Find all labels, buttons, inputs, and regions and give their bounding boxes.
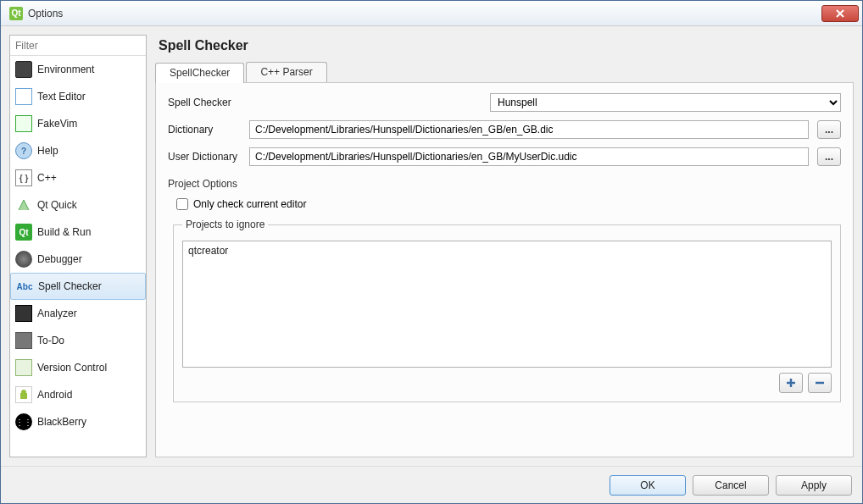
list-item[interactable]: qtcreator [188,245,826,257]
svg-point-1 [21,390,26,395]
sidebar-list[interactable]: Environment Text Editor FakeVim ?Help { … [10,56,146,457]
sidebar-item-label: FakeVim [37,118,77,130]
user-dictionary-row: User Dictionary ... [168,147,841,166]
projects-to-ignore-list[interactable]: qtcreator [182,241,832,368]
sidebar-item-label: Build & Run [37,226,91,238]
sidebar-item-label: Help [37,145,58,157]
sidebar-item-todo[interactable]: To-Do [10,327,146,354]
add-remove-row [182,373,832,393]
spell-checker-label: Spell Checker [168,97,482,108]
apply-button[interactable]: Apply [776,475,852,496]
sidebar-item-label: To-Do [37,335,64,346]
todo-icon [15,332,32,349]
projects-to-ignore-label: Projects to ignore [182,219,268,230]
tab-cpp-parser[interactable]: C++ Parser [246,62,326,82]
sidebar-item-label: Debugger [37,253,82,265]
dictionary-browse-button[interactable]: ... [817,120,841,139]
text-editor-icon [15,88,32,105]
sidebar-item-label: C++ [37,172,57,184]
sidebar-item-qtquick[interactable]: Qt Quick [10,191,146,219]
remove-project-button[interactable] [808,373,832,393]
environment-icon [15,61,32,78]
sidebar-item-spell-checker[interactable]: AbcSpell Checker [10,273,146,300]
sidebar-item-environment[interactable]: Environment [10,56,146,83]
user-dictionary-input[interactable] [249,147,809,166]
projects-to-ignore-group: Projects to ignore qtcreator [173,219,841,402]
sidebar-item-android[interactable]: Android [10,381,146,408]
user-dictionary-label: User Dictionary [168,151,241,163]
project-options-label: Project Options [168,178,841,190]
only-check-label: Only check current editor [193,198,306,210]
sidebar-item-label: Android [37,389,72,401]
sidebar-item-text-editor[interactable]: Text Editor [10,83,146,110]
titlebar: Qt Options [1,1,862,26]
minus-icon [814,377,826,389]
help-icon: ? [15,142,32,159]
tab-content: Spell Checker Hunspell Dictionary ... [155,82,854,457]
sidebar-item-blackberry[interactable]: ⋮⋮BlackBerry [10,408,146,435]
spell-checker-icon: Abc [16,278,33,295]
only-check-checkbox[interactable] [176,198,188,210]
spell-checker-row: Spell Checker Hunspell [168,93,841,112]
sidebar-item-version-control[interactable]: Version Control [10,354,146,381]
sidebar-item-fakevim[interactable]: FakeVim [10,110,146,137]
ok-button[interactable]: OK [610,475,686,496]
user-dictionary-browse-button[interactable]: ... [817,147,841,166]
sidebar-item-label: Qt Quick [37,199,77,211]
app-icon: Qt [9,7,23,20]
sidebar-item-label: BlackBerry [37,416,86,428]
sidebar-item-label: Version Control [37,362,107,374]
fakevim-icon [15,115,32,132]
dialog-body: Environment Text Editor FakeVim ?Help { … [1,26,862,466]
close-icon [836,9,844,18]
sidebar-item-label: Text Editor [37,91,86,102]
sidebar-item-label: Environment [37,64,94,75]
close-button[interactable] [821,5,859,22]
spell-checker-select[interactable]: Hunspell [490,93,841,112]
sidebar-item-label: Analyzer [37,307,77,319]
sidebar-item-build-run[interactable]: QtBuild & Run [10,219,146,246]
dialog-buttons: OK Cancel Apply [1,466,862,503]
cpp-icon: { } [15,169,32,186]
blackberry-icon: ⋮⋮ [15,413,32,430]
sidebar-item-help[interactable]: ?Help [10,137,146,164]
sidebar-item-analyzer[interactable]: Analyzer [10,300,146,327]
options-window: Qt Options Environment Text Editor FakeV… [0,0,863,504]
settings-area: SpellChecker C++ Parser Spell Checker Hu… [155,62,854,457]
tab-spellchecker[interactable]: SpellChecker [155,63,244,83]
tab-row: SpellChecker C++ Parser [155,62,854,82]
sidebar: Environment Text Editor FakeVim ?Help { … [9,35,147,457]
only-check-row: Only check current editor [168,198,841,210]
debugger-icon [15,251,32,268]
sidebar-item-debugger[interactable]: Debugger [10,246,146,273]
page-title: Spell Checker [155,35,854,62]
android-icon [15,386,32,403]
dictionary-label: Dictionary [168,124,241,136]
filter-input[interactable] [10,36,146,56]
sidebar-item-label: Spell Checker [38,280,102,292]
qtquick-icon [15,197,32,213]
version-control-icon [15,359,32,376]
main-panel: Spell Checker SpellChecker C++ Parser Sp… [155,35,854,457]
dictionary-row: Dictionary ... [168,120,841,139]
add-project-button[interactable] [779,373,803,393]
dictionary-input[interactable] [249,120,809,139]
build-run-icon: Qt [15,224,32,241]
analyzer-icon [15,305,32,322]
plus-icon [785,377,797,389]
sidebar-item-cpp[interactable]: { }C++ [10,164,146,191]
window-title: Options [28,8,821,19]
cancel-button[interactable]: Cancel [693,475,769,496]
